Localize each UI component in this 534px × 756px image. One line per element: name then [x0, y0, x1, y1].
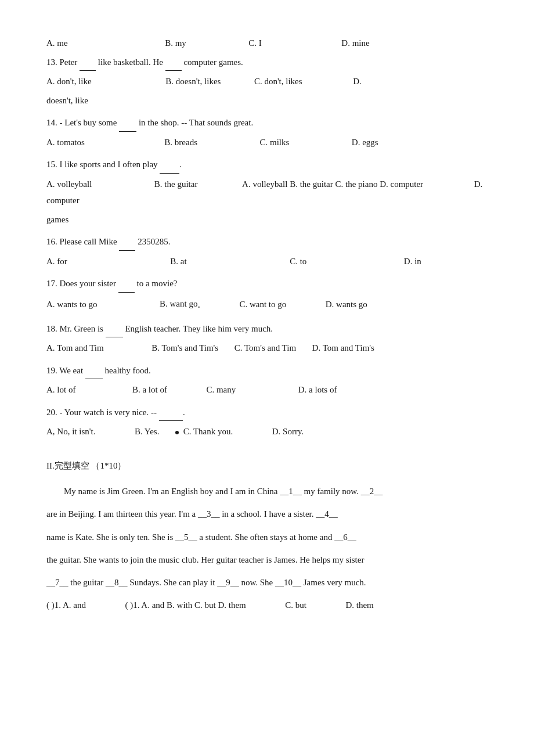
q14-opt-d: D. eggs: [352, 138, 378, 147]
answer-d-them: D. them: [345, 600, 373, 610]
exam-content: A. me B. my C. I D. mine 13. Peter like …: [46, 35, 493, 614]
q20-opt-b: B. Yes.: [135, 427, 160, 436]
q20-opt-d: D. Sorry.: [272, 427, 304, 436]
q16-opt-d: D. in: [404, 257, 421, 266]
q15-opt-b: B. the guitar: [154, 179, 198, 189]
question-13: 13. Peter like basketball. He computer g…: [46, 54, 493, 71]
passage-line-5: __7__ the guitar __8__ Sundays. She can …: [46, 574, 493, 591]
q19-opt-d: D. a lots of: [298, 385, 337, 394]
q15-opt-a: A. volleyball: [46, 179, 92, 189]
q18-options: A. Tom and Tim B. Tom's and Tim's C. Tom…: [46, 340, 493, 357]
q20-opt-c: C. Thank you.: [183, 427, 233, 436]
option-b-my: B. my: [165, 38, 186, 48]
q17-opt-a: A. wants to go: [46, 299, 98, 308]
q13-opt-d: D.: [353, 77, 362, 86]
q13-options: A. don't, like B. doesn't, likes C. don'…: [46, 73, 493, 90]
option-d-mine: D. mine: [341, 38, 369, 48]
question-16: 16. Please call Mike 2350285.: [46, 233, 493, 251]
question-19: 19. We eat healthy food.: [46, 362, 493, 380]
passage-line-2: are in Beijing. I am thirteen this year.…: [46, 506, 493, 523]
q17-options: A. wants to go B. want go. C. want to go…: [46, 295, 493, 315]
answer-line-1: ( )1. A. and ( )1. A. and B. with C. but…: [46, 597, 493, 614]
q19-opt-c: C. many: [206, 385, 236, 394]
q15-options: A. volleyball B. the guitar A. volleybal…: [46, 176, 493, 209]
q20-opt-a: A, No, it isn't.: [46, 427, 95, 436]
q13-opt-b: B. doesn't, likes: [165, 77, 221, 86]
q14-opt-a: A. tomatos: [46, 138, 85, 147]
q19-opt-a: A. lot of: [46, 385, 75, 394]
q13-opt-a: A. don't, like: [46, 77, 92, 86]
q14-opt-c: C. milks: [260, 138, 290, 147]
question-15: 15. I like sports and I often play .: [46, 156, 493, 174]
q14-options: A. tomatos B. breads C. milks D. eggs: [46, 134, 493, 151]
q13-opt-c: C. don't, likes: [254, 77, 302, 86]
question-18: 18. Mr. Green is English teacher. They l…: [46, 321, 493, 338]
q19-options: A. lot of B. a lot of C. many D. a lots …: [46, 381, 493, 398]
q20-options: A, No, it isn't. B. Yes. C. Thank you. D…: [46, 423, 493, 440]
q18-opt-c: C. Tom's and Tim: [234, 343, 296, 352]
q15-opt-c: A. volleyball B. the guitar C. the piano…: [242, 179, 423, 189]
q17-opt-c: C. want to go: [239, 299, 286, 308]
pronoun-options-line: A. me B. my C. I D. mine: [46, 35, 493, 52]
section-2-title: II.完型填空 （1*10）: [46, 458, 493, 474]
q19-opt-b: B. a lot of: [132, 385, 167, 394]
answer-b-with: ( )1. A. and B. with C. but D. them: [125, 600, 246, 610]
q16-options: A. for B. at C. to D. in: [46, 253, 493, 270]
q18-opt-d: D. Tom and Tim's: [312, 343, 374, 352]
q16-opt-a: A. for: [46, 257, 67, 266]
q17-opt-d: D. wants go: [326, 299, 367, 308]
option-a-me: A. me: [46, 38, 68, 48]
q16-opt-b: B. at: [170, 257, 186, 266]
passage-line-4: the guitar. She wants to join the music …: [46, 552, 493, 568]
question-17: 17. Does your sister to a movie?: [46, 275, 493, 293]
question-14: 14. - Let's buy some in the shop. -- Tha…: [46, 114, 493, 132]
option-c-i: C. I: [248, 38, 262, 48]
q15-wrap: games: [46, 211, 493, 228]
answer-c-but: C. but: [285, 600, 306, 610]
q13-wrap: doesn't, like: [46, 92, 493, 109]
dot-decoration: [175, 431, 179, 434]
question-20: 20. - Your watch is very nice. -- .: [46, 404, 493, 422]
q18-opt-b: B. Tom's and Tim's: [151, 343, 218, 352]
passage-line-3: name is Kate. She is only ten. She is __…: [46, 529, 493, 546]
q14-opt-b: B. breads: [164, 138, 197, 147]
q18-opt-a: A. Tom and Tim: [46, 343, 104, 352]
q16-opt-c: C. to: [290, 257, 306, 266]
q17-opt-b: B. want go.: [160, 299, 200, 308]
passage-line-1: My name is Jim Green. I'm an English boy…: [46, 483, 493, 500]
